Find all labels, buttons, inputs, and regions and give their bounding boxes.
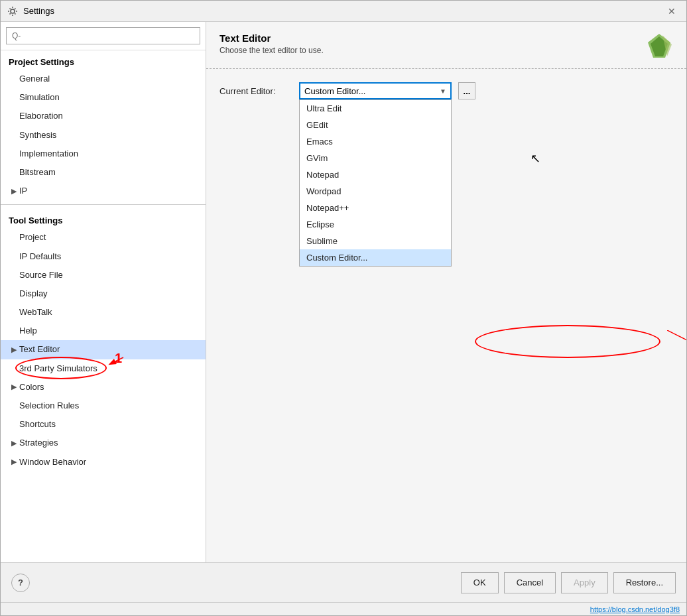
content-subtitle: Choose the text editor to use. bbox=[219, 46, 324, 55]
option-emacs[interactable]: Emacs bbox=[300, 133, 451, 150]
content-area: Text Editor Choose the text editor to us… bbox=[206, 22, 686, 562]
option-gedit[interactable]: GEdit bbox=[300, 117, 451, 133]
apply-button[interactable]: Apply bbox=[561, 572, 608, 593]
option-custom-editor[interactable]: Custom Editor... bbox=[300, 249, 451, 266]
text-editor-arrow-icon: ▶ bbox=[11, 345, 17, 355]
search-input[interactable] bbox=[6, 27, 200, 44]
close-button[interactable]: ✕ bbox=[664, 3, 680, 19]
sidebar-item-project-tool[interactable]: Project bbox=[1, 228, 206, 247]
simulation-label: Simulation bbox=[19, 92, 60, 102]
elaboration-label: Elaboration bbox=[19, 111, 63, 121]
window-behavior-arrow-icon: ▶ bbox=[11, 457, 17, 467]
option-wordpad[interactable]: Wordpad bbox=[300, 183, 451, 200]
option-notepad[interactable]: Notepad bbox=[300, 166, 451, 183]
help-button[interactable]: ? bbox=[11, 574, 30, 592]
sidebar-item-synthesis[interactable]: Synthesis bbox=[1, 126, 206, 145]
implementation-label: Implementation bbox=[19, 149, 78, 158]
sidebar-item-help[interactable]: Help bbox=[1, 322, 206, 340]
sidebar-item-colors[interactable]: ▶ Colors bbox=[1, 378, 206, 397]
colors-label: Colors bbox=[19, 381, 44, 393]
selection-rules-label: Selection Rules bbox=[19, 400, 79, 410]
sidebar-item-webtalk[interactable]: WebTalk bbox=[1, 303, 206, 322]
bitstream-label: Bitstream bbox=[19, 167, 56, 177]
sidebar-divider bbox=[1, 204, 206, 205]
dropdown-chevron-icon: ▼ bbox=[440, 88, 446, 95]
tool-settings-label: Tool Settings bbox=[1, 209, 206, 228]
more-options-button[interactable]: ... bbox=[458, 82, 475, 99]
search-bar bbox=[1, 22, 206, 50]
sidebar-item-strategies[interactable]: ▶ Strategies bbox=[1, 434, 206, 452]
sidebar: Project Settings General Simulation Elab… bbox=[1, 22, 206, 562]
webtalk-label: WebTalk bbox=[19, 307, 52, 317]
option-eclipse[interactable]: Eclipse bbox=[300, 216, 451, 233]
settings-icon bbox=[7, 6, 18, 17]
general-label: General bbox=[19, 74, 50, 84]
option-sublime[interactable]: Sublime bbox=[300, 233, 451, 249]
option-ultra-edit[interactable]: Ultra Edit bbox=[300, 100, 451, 117]
bottom-left: ? bbox=[11, 574, 30, 592]
sidebar-item-3rd-party[interactable]: 3rd Party Simulators bbox=[1, 359, 206, 378]
sidebar-item-ip[interactable]: ▶ IP bbox=[1, 182, 206, 200]
sidebar-item-shortcuts[interactable]: Shortcuts bbox=[1, 415, 206, 434]
restore-button[interactable]: Restore... bbox=[613, 572, 676, 593]
editor-dropdown-container: Custom Editor... ▼ Ultra Edit GEdit Emac… bbox=[299, 82, 452, 99]
option-notepad-plus[interactable]: Notepad++ bbox=[300, 200, 451, 216]
colors-arrow-icon: ▶ bbox=[11, 382, 17, 392]
sidebar-item-ip-defaults[interactable]: IP Defaults bbox=[1, 247, 206, 266]
content-body: Current Editor: Custom Editor... ▼ Ultra… bbox=[206, 69, 686, 562]
display-label: Display bbox=[19, 288, 48, 298]
ip-defaults-label: IP Defaults bbox=[19, 251, 61, 261]
option-gvim[interactable]: GVim bbox=[300, 150, 451, 166]
window-behavior-label: Window Behavior bbox=[19, 456, 86, 468]
sidebar-item-selection-rules[interactable]: Selection Rules bbox=[1, 397, 206, 415]
cancel-button[interactable]: Cancel bbox=[504, 572, 556, 593]
content-header: Text Editor Choose the text editor to us… bbox=[206, 22, 686, 69]
current-editor-label: Current Editor: bbox=[219, 86, 292, 96]
title-bar-left: Settings bbox=[7, 6, 54, 17]
sidebar-item-general[interactable]: General bbox=[1, 70, 206, 88]
sidebar-item-source-file[interactable]: Source File bbox=[1, 266, 206, 284]
settings-dialog: Settings ✕ Project Settings General Simu… bbox=[0, 0, 687, 616]
sidebar-item-elaboration[interactable]: Elaboration bbox=[1, 107, 206, 125]
status-bar: https://blog.csdn.net/dog3f8 bbox=[1, 602, 686, 615]
content-header-text: Text Editor Choose the text editor to us… bbox=[219, 32, 324, 55]
ip-arrow-icon: ▶ bbox=[11, 186, 17, 196]
help-sidebar-label: Help bbox=[19, 326, 37, 336]
project-tool-label: Project bbox=[19, 232, 46, 242]
vivado-logo-icon bbox=[645, 32, 673, 60]
ok-button[interactable]: OK bbox=[461, 572, 499, 593]
sidebar-item-simulation[interactable]: Simulation bbox=[1, 88, 206, 107]
editor-dropdown-list: Ultra Edit GEdit Emacs GVim Notepad Word… bbox=[299, 99, 452, 267]
form-row-editor: Current Editor: Custom Editor... ▼ Ultra… bbox=[219, 82, 673, 99]
text-editor-label: Text Editor bbox=[19, 343, 60, 355]
sidebar-item-display[interactable]: Display bbox=[1, 284, 206, 303]
shortcuts-label: Shortcuts bbox=[19, 419, 56, 429]
source-file-label: Source File bbox=[19, 270, 63, 280]
bottom-right: OK Cancel Apply Restore... bbox=[461, 572, 676, 593]
svg-point-0 bbox=[11, 9, 15, 13]
status-url: https://blog.csdn.net/dog3f8 bbox=[590, 605, 680, 613]
bottom-bar: ? OK Cancel Apply Restore... bbox=[1, 562, 686, 602]
project-settings-label: Project Settings bbox=[1, 50, 206, 70]
title-bar: Settings ✕ bbox=[1, 1, 686, 22]
synthesis-label: Synthesis bbox=[19, 130, 56, 140]
strategies-label: Strategies bbox=[19, 437, 58, 449]
content-title: Text Editor bbox=[219, 32, 324, 44]
sidebar-item-implementation[interactable]: Implementation bbox=[1, 145, 206, 163]
main-content: Project Settings General Simulation Elab… bbox=[1, 22, 686, 562]
title-text: Settings bbox=[23, 6, 54, 16]
editor-dropdown-button[interactable]: Custom Editor... ▼ bbox=[299, 82, 452, 99]
ip-label: IP bbox=[19, 185, 27, 197]
third-party-label: 3rd Party Simulators bbox=[19, 363, 97, 373]
selected-editor-value: Custom Editor... bbox=[304, 86, 365, 96]
sidebar-item-text-editor[interactable]: ▶ Text Editor bbox=[1, 340, 206, 359]
strategies-arrow-icon: ▶ bbox=[11, 438, 17, 448]
sidebar-item-window-behavior[interactable]: ▶ Window Behavior bbox=[1, 453, 206, 471]
sidebar-item-bitstream[interactable]: Bitstream bbox=[1, 163, 206, 182]
